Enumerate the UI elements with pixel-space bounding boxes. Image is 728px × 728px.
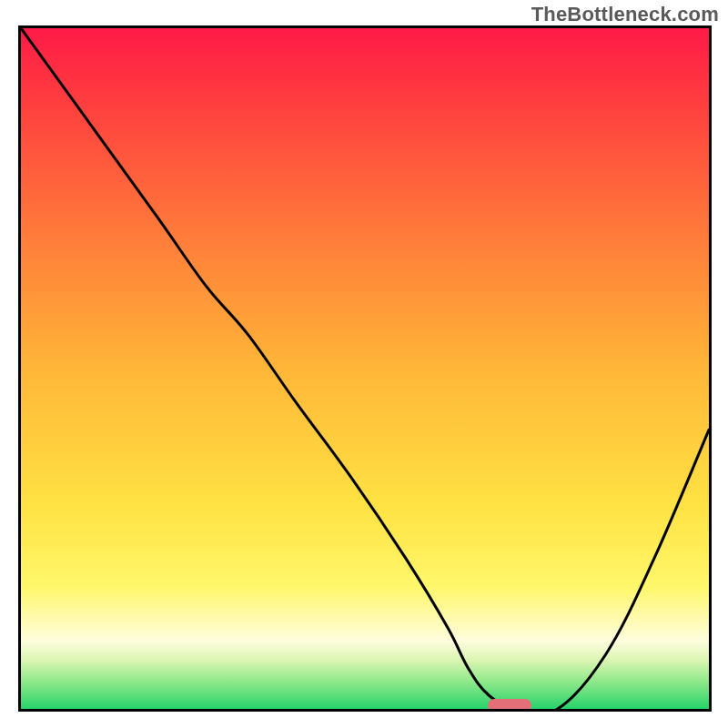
chart-frame: TheBottleneck.com xyxy=(0,0,728,728)
optimum-marker-icon xyxy=(488,699,531,712)
plot-area xyxy=(18,25,712,712)
curve-path xyxy=(21,28,709,709)
bottleneck-curve xyxy=(21,28,709,709)
watermark-text: TheBottleneck.com xyxy=(531,3,719,26)
